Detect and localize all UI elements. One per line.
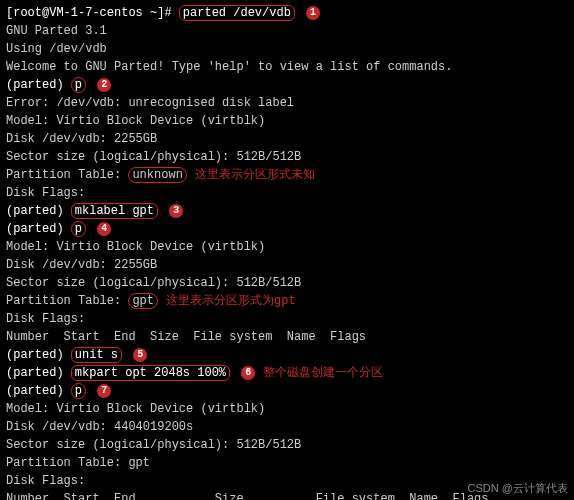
marker-3: 3 xyxy=(169,204,183,218)
parted-p-2: (parted) p 4 xyxy=(6,220,568,238)
flags-line-1: Disk Flags: xyxy=(6,184,568,202)
marker-1: 1 xyxy=(306,6,320,20)
marker-6: 6 xyxy=(241,366,255,380)
gnu-line: GNU Parted 3.1 xyxy=(6,22,568,40)
note-gpt: 这里表示分区形式为gpt xyxy=(166,294,296,308)
parted-prompt: (parted) xyxy=(6,384,64,398)
disk-line-1: Disk /dev/vdb: 2255GB xyxy=(6,130,568,148)
parted-prompt: (parted) xyxy=(6,366,64,380)
sector-line-1: Sector size (logical/physical): 512B/512… xyxy=(6,148,568,166)
pt-value-gpt-2: gpt xyxy=(128,456,150,470)
pt-line-gpt: Partition Table: gpt这里表示分区形式为gpt xyxy=(6,292,568,310)
flags-line-2: Disk Flags: xyxy=(6,310,568,328)
parted-mklabel: (parted) mklabel gpt 3 xyxy=(6,202,568,220)
parted-p-1: (parted) p 2 xyxy=(6,76,568,94)
pt-line-gpt-2: Partition Table: gpt xyxy=(6,454,568,472)
pt-label: Partition Table: xyxy=(6,168,128,182)
watermark: CSDN @云计算代表 xyxy=(468,480,568,497)
shell-prompt: [root@VM-1-7-centos ~]# xyxy=(6,6,172,20)
disk-line-3: Disk /dev/vdb: 4404019200s xyxy=(6,418,568,436)
using-line: Using /dev/vdb xyxy=(6,40,568,58)
sector-line-3: Sector size (logical/physical): 512B/512… xyxy=(6,436,568,454)
pt-line-unknown: Partition Table: unknown这里表示分区形式未知 xyxy=(6,166,568,184)
parted-prompt: (parted) xyxy=(6,204,64,218)
parted-mkpart: (parted) mkpart opt 2048s 100% 6整个磁盘创建一个… xyxy=(6,364,568,382)
pt-label: Partition Table: xyxy=(6,294,128,308)
table-header-1: Number Start End Size File system Name F… xyxy=(6,328,568,346)
parted-unit: (parted) unit s 5 xyxy=(6,346,568,364)
note-unknown: 这里表示分区形式未知 xyxy=(195,168,315,182)
shell-line-1: [root@VM-1-7-centos ~]# parted /dev/vdb … xyxy=(6,4,568,22)
model-line-2: Model: Virtio Block Device (virtblk) xyxy=(6,238,568,256)
marker-2: 2 xyxy=(97,78,111,92)
disk-line-2: Disk /dev/vdb: 2255GB xyxy=(6,256,568,274)
cmd-p-2: p xyxy=(71,221,86,237)
model-line-3: Model: Virtio Block Device (virtblk) xyxy=(6,400,568,418)
cmd-mkpart: mkpart opt 2048s 100% xyxy=(71,365,230,381)
cmd-mklabel: mklabel gpt xyxy=(71,203,158,219)
cmd-parted: parted /dev/vdb xyxy=(179,5,295,21)
parted-prompt: (parted) xyxy=(6,222,64,236)
parted-prompt: (parted) xyxy=(6,348,64,362)
cmd-p-3: p xyxy=(71,383,86,399)
model-line-1: Model: Virtio Block Device (virtblk) xyxy=(6,112,568,130)
sector-line-2: Sector size (logical/physical): 512B/512… xyxy=(6,274,568,292)
marker-4: 4 xyxy=(97,222,111,236)
note-whole: 整个磁盘创建一个分区 xyxy=(263,366,383,380)
cmd-p-1: p xyxy=(71,77,86,93)
error-line: Error: /dev/vdb: unrecognised disk label xyxy=(6,94,568,112)
pt-value-gpt: gpt xyxy=(128,293,158,309)
pt-value-unknown: unknown xyxy=(128,167,186,183)
parted-prompt: (parted) xyxy=(6,78,64,92)
cmd-unit: unit s xyxy=(71,347,122,363)
welcome-line: Welcome to GNU Parted! Type 'help' to vi… xyxy=(6,58,568,76)
marker-7: 7 xyxy=(97,384,111,398)
marker-5: 5 xyxy=(133,348,147,362)
pt-label: Partition Table: xyxy=(6,456,128,470)
parted-p-3: (parted) p 7 xyxy=(6,382,568,400)
